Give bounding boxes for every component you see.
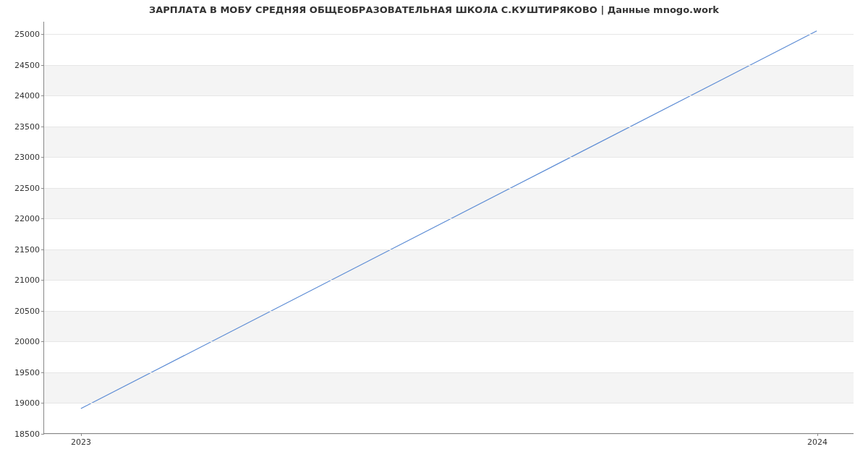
y-tick-mark	[41, 188, 44, 189]
y-tick-mark	[41, 249, 44, 250]
y-gridline	[44, 95, 854, 96]
y-tick-label: 24500	[14, 60, 40, 69]
y-tick-label: 22500	[14, 183, 40, 192]
y-gridline	[44, 34, 854, 35]
y-tick-mark	[41, 311, 44, 312]
y-tick-label: 18500	[14, 430, 40, 439]
y-tick-mark	[41, 127, 44, 127]
x-tick-mark	[817, 433, 818, 436]
series-line	[81, 31, 817, 409]
y-gridline	[44, 434, 854, 435]
y-gridline	[44, 249, 854, 250]
y-tick-mark	[41, 341, 44, 342]
y-tick-mark	[41, 372, 44, 373]
y-tick-label: 23000	[14, 153, 40, 162]
y-tick-label: 21000	[14, 275, 40, 285]
y-gridline	[44, 188, 854, 189]
x-tick-label: 2023	[71, 437, 91, 447]
y-gridline	[44, 157, 854, 158]
y-tick-label: 22000	[14, 214, 40, 223]
x-tick-mark	[81, 433, 82, 436]
chart-title: ЗАРПЛАТА В МОБУ СРЕДНЯЯ ОБЩЕОБРАЗОВАТЕЛЬ…	[0, 4, 868, 15]
y-gridline	[44, 280, 854, 281]
y-gridline	[44, 127, 854, 127]
y-gridline	[44, 403, 854, 403]
y-gridline	[44, 341, 854, 342]
line-layer	[44, 22, 854, 433]
y-tick-mark	[41, 434, 44, 435]
y-gridline	[44, 311, 854, 312]
y-tick-mark	[41, 34, 44, 35]
chart-container: ЗАРПЛАТА В МОБУ СРЕДНЯЯ ОБЩЕОБРАЗОВАТЕЛЬ…	[0, 0, 868, 470]
plot-area: 1850019000195002000020500210002150022000…	[43, 22, 854, 434]
y-tick-mark	[41, 403, 44, 403]
y-tick-mark	[41, 95, 44, 96]
y-tick-label: 21500	[14, 244, 40, 254]
y-gridline	[44, 65, 854, 66]
y-tick-label: 19500	[14, 367, 40, 377]
y-tick-label: 20500	[14, 306, 40, 315]
y-tick-mark	[41, 280, 44, 281]
y-gridline	[44, 218, 854, 219]
y-tick-label: 23500	[14, 121, 40, 131]
y-tick-label: 20000	[14, 337, 40, 346]
y-tick-mark	[41, 65, 44, 66]
y-tick-mark	[41, 218, 44, 219]
x-tick-label: 2024	[807, 437, 827, 447]
y-tick-label: 24000	[14, 91, 40, 101]
y-tick-label: 25000	[14, 30, 40, 39]
y-gridline	[44, 372, 854, 373]
y-tick-mark	[41, 157, 44, 158]
y-tick-label: 19000	[14, 398, 40, 408]
